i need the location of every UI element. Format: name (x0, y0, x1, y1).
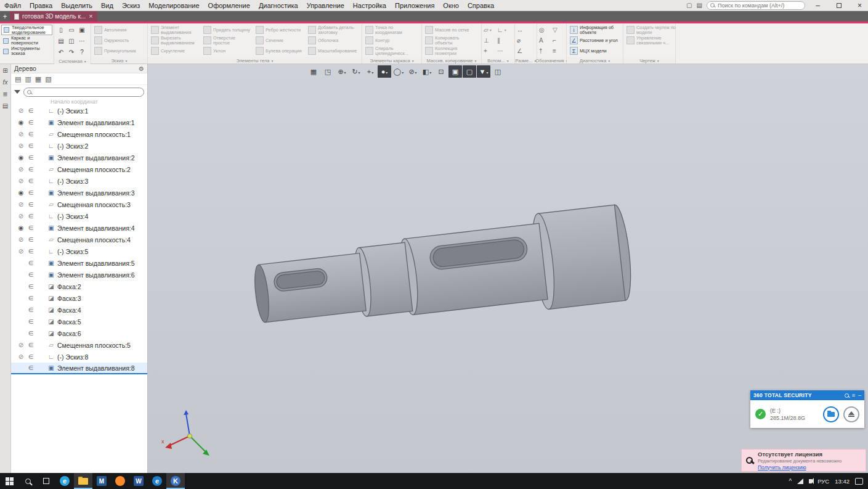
mode-solid-modeling[interactable]: Твердотельное моделирование (1, 25, 52, 35)
ribbon-button-circle[interactable]: Окружность (93, 35, 146, 46)
print-preview-icon[interactable]: ◫ (68, 38, 74, 44)
tree-item-extrude-6[interactable]: Элемент выдавливания:6 (11, 269, 147, 281)
tree-item-extrude-3[interactable]: Элемент выдавливания:3 (11, 187, 147, 199)
tree-item-extrude-8[interactable]: Элемент выдавливания:8 (11, 363, 147, 374)
tree-item-extrude-1[interactable]: Элемент выдавливания:1 (11, 117, 147, 128)
close-button[interactable]: × (851, 0, 868, 10)
menu-layout[interactable]: Оформление (204, 2, 254, 9)
get-license-link[interactable]: Получить лицензию (758, 464, 842, 471)
tree-item-clipped[interactable]: Начало координат (11, 99, 147, 105)
properties-icon[interactable]: ▤ (2, 102, 8, 109)
angle-dimension-icon[interactable]: ∠ (517, 47, 522, 54)
vt-orientation-button[interactable]: + (363, 65, 377, 78)
volume-icon[interactable] (809, 479, 812, 483)
ribbon-button-distance-angle[interactable]: ∠Расстояние и угол (569, 35, 624, 46)
designation-leader-icon[interactable]: ⌐ (553, 37, 556, 44)
menu-diagnostics[interactable]: Диагностика (254, 2, 302, 9)
vt-hide-objects-button[interactable]: ⊘ (406, 65, 420, 78)
start-button[interactable] (0, 473, 18, 489)
designation-base-icon[interactable]: ◎ (539, 27, 545, 33)
menu-modeling[interactable]: Моделирование (144, 2, 203, 9)
ribbon-button-scale[interactable]: Масштабирование (307, 46, 359, 56)
vt-selection-mode-button[interactable]: ▢ (463, 65, 476, 78)
minimize-icon[interactable]: – (858, 393, 861, 398)
visibility-on-icon[interactable] (16, 154, 26, 161)
tree-structure-icon[interactable]: ▥ (25, 75, 31, 83)
tree-item-sketch-4[interactable]: (-) Эскиз:4 (11, 210, 147, 222)
ribbon-button-rib[interactable]: Ребро жесткости (254, 25, 307, 35)
group-label-pattern-copy[interactable]: Массив, копирование▾ (422, 57, 481, 64)
ribbon-button-simple-hole[interactable]: Отверстие простое (202, 35, 254, 46)
undo-icon[interactable]: ↶ (59, 49, 63, 55)
panels-icon[interactable]: ▤ (697, 2, 702, 9)
tree-panel-icon[interactable]: ⊞ (2, 67, 7, 74)
vt-snap-mode-button[interactable]: ▣ (448, 65, 462, 78)
tree-item-sketch-8[interactable]: (-) Эскиз:8 (11, 351, 147, 363)
ribbon-button-thicken[interactable]: Придать толщину (202, 25, 254, 35)
visibility-off-icon[interactable] (16, 131, 26, 138)
tree-item-sketch-3[interactable]: (-) Эскиз:3 (11, 175, 147, 187)
ribbon-button-draft[interactable]: Уклон (202, 46, 254, 56)
windows-layout-icon[interactable]: ▢ (686, 2, 692, 9)
ribbon-button-object-info[interactable]: iИнформация об объекте (569, 25, 624, 35)
network-icon[interactable] (797, 479, 803, 484)
tree-search-input[interactable] (23, 88, 144, 97)
tree-item-chamfer-5[interactable]: Фаска:5 (11, 316, 147, 327)
security-widget-header[interactable]: 360 TOTAL SECURITY ≡ – (750, 390, 864, 400)
new-document-icon[interactable]: ▯ (59, 27, 63, 33)
ribbon-button-create-drawing[interactable]: Создать чертеж по модели (625, 25, 678, 35)
taskbar-app-word[interactable]: W (129, 473, 148, 489)
vt-zoom-button[interactable]: ⊕ (335, 65, 349, 78)
menu-view[interactable]: Вид (97, 2, 118, 9)
redo-icon[interactable]: ↷ (69, 49, 74, 55)
menu-select[interactable]: Выделить (57, 2, 97, 9)
visibility-on-icon[interactable] (16, 119, 26, 126)
visibility-off-icon[interactable] (16, 107, 26, 114)
ribbon-button-extrude[interactable]: Элемент выдавливания (150, 25, 202, 35)
open-drive-button[interactable] (823, 406, 839, 422)
group-label-diagnostics[interactable]: Диагностика▾ (567, 57, 623, 64)
gear-icon[interactable]: ⚙ (139, 65, 144, 72)
taskbar-app-edge[interactable]: e (55, 473, 74, 489)
group-label-system[interactable]: Системная▾ (54, 59, 91, 64)
group-label-drawing[interactable]: Чертеж▾ (623, 57, 675, 64)
taskbar-search-button[interactable] (18, 473, 37, 489)
new-tab-button[interactable]: + (0, 12, 10, 21)
menu-edit[interactable]: Правка (25, 2, 57, 9)
visibility-off-icon[interactable] (16, 213, 26, 220)
tree-item-offset-plane-2[interactable]: Смещенная плоскость:2 (11, 163, 147, 175)
control-point-icon[interactable]: ⋯ (497, 47, 503, 54)
ribbon-button-cut-extrude[interactable]: Вырезать выдавливанием (150, 35, 202, 46)
tree-item-chamfer-4[interactable]: Фаска:4 (11, 304, 147, 316)
taskbar-app-explorer[interactable] (74, 473, 92, 489)
restore-button[interactable] (830, 0, 847, 10)
tree-item-sketch-1[interactable]: (-) Эскиз:1 (11, 105, 147, 117)
ribbon-button-contour[interactable]: Контур (364, 35, 420, 46)
tree-item-extrude-4[interactable]: Элемент выдавливания:4 (11, 222, 147, 234)
vt-shaded-button[interactable]: ● (378, 65, 391, 78)
parallel-plane-icon[interactable]: ∥ (497, 37, 500, 44)
designation-lines-icon[interactable]: ≡ (553, 47, 556, 54)
taskbar-app-kompas[interactable]: K (166, 473, 185, 489)
tree-item-chamfer-2[interactable]: Фаска:2 (11, 281, 147, 292)
print-icon[interactable]: ▤ (58, 38, 63, 44)
menu-management[interactable]: Управление (302, 2, 349, 9)
tree-item-chamfer-3[interactable]: Фаска:3 (11, 292, 147, 304)
vt-scene-settings-button[interactable]: ◫ (491, 65, 505, 78)
tree-item-offset-plane-1[interactable]: Смещенная плоскость:1 (11, 128, 147, 140)
vt-construction-planes-button[interactable]: ◳ (321, 65, 335, 78)
menu-window[interactable]: Окно (439, 2, 463, 9)
tree-item-chamfer-6[interactable]: Фаска:6 (11, 327, 147, 339)
menu-icon[interactable]: ≡ (852, 393, 855, 398)
vt-wireframe-button[interactable]: ◯ (392, 65, 405, 78)
vt-section-view-button[interactable]: ◧ (420, 65, 434, 78)
mode-sketch-tools[interactable]: Инструменты эскиза (1, 46, 52, 56)
tree-relations-icon[interactable]: ▦ (35, 75, 41, 83)
taskbar-app-browser[interactable]: e (148, 473, 166, 489)
tree-view-mode-icon[interactable]: ▤ (15, 75, 21, 83)
designation-mark-icon[interactable]: † (539, 47, 543, 54)
group-label-dimensions[interactable]: Разме...▾ (515, 57, 537, 64)
ribbon-button-grid-pattern[interactable]: Массив по сетке (424, 25, 479, 35)
ribbon-button-geometry-collection[interactable]: Коллекция геометрии (424, 46, 479, 56)
visibility-off-icon[interactable] (16, 178, 26, 184)
